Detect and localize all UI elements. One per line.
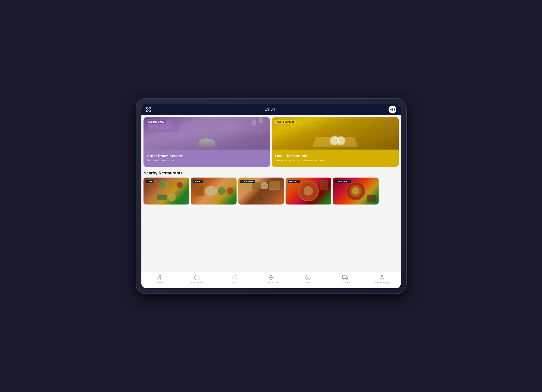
svg-line-10 [270,276,271,277]
svg-line-13 [270,278,271,279]
settings-button[interactable] [146,107,151,112]
transport-icon [342,275,348,281]
nav-transport-label: Transport [340,281,350,284]
hotel-restaurants-body: Hotel Restaurants View our array of hote… [272,149,399,167]
nearby-title: Nearby Restaurants [143,171,399,175]
hotel-restaurants-subtitle: View our array of hotel restaurants and … [275,159,396,162]
svg-point-15 [343,279,344,280]
cantonese-tag: Cantonese [240,180,255,183]
award-badge: Award Winning [274,120,297,124]
svg-rect-14 [342,275,346,279]
nav-housekeeping-label: Housekeeping [375,281,389,284]
dining-icon [231,275,237,281]
housekeeping-icon [379,275,385,281]
nav-home[interactable]: Home [141,275,178,284]
nav-things-to-do[interactable]: Things To Do [253,275,289,284]
nearby-section: Nearby Restaurants [141,169,401,272]
nav-housekeeping[interactable]: Housekeeping [364,275,401,284]
nav-information[interactable]: Information [178,275,215,284]
home-icon [157,275,163,281]
nav-home-label: Home [157,281,163,284]
latin-tag: Latin Ame... [335,180,351,183]
spa-icon [305,275,311,281]
restaurant-card-latin[interactable]: Latin Ame... [333,178,379,205]
nav-dining-label: Dining [231,281,237,284]
nav-spa[interactable]: SPA [289,275,326,284]
tablet-frame: 13:04 413 [136,98,406,294]
restaurant-card-cantonese[interactable]: Cantonese [238,178,284,205]
hotel-restaurants-title: Hotel Restaurants [275,154,396,158]
svg-line-11 [271,278,273,279]
svg-point-0 [148,109,149,110]
svg-point-16 [346,279,347,280]
room-service-subtitle: Available 24 hours a day [147,159,267,162]
available-badge: Available 24/7 [146,120,167,124]
svg-point-17 [381,275,383,277]
header: 13:04 413 [141,104,401,115]
restaurant-card-western[interactable]: Western [286,178,331,205]
hotel-restaurants-card[interactable]: Award Winning Hotel Restaurants View our… [272,117,399,167]
thai-tag: Thai [146,180,154,183]
western-tag: Western [288,180,300,183]
room-service-title: Order Room Service [147,154,267,158]
nav-transport[interactable]: Transport [327,275,364,284]
restaurant-scroll[interactable]: Thai Indian [143,178,399,205]
tablet-screen: 13:04 413 [141,104,401,288]
bottom-nav: Home Information [141,272,401,288]
room-service-card[interactable]: Available 24/7 Order Room Service Availa… [143,117,270,167]
room-badge: 413 [389,106,396,113]
indian-tag: Indian [193,180,203,183]
hotel-restaurants-image: Award Winning [272,117,399,149]
nav-things-to-do-label: Things To Do [264,281,278,284]
ferris-wheel-icon [268,275,274,281]
restaurant-card-indian[interactable]: Indian [191,178,237,205]
room-service-body: Order Room Service Available 24 hours a … [143,149,270,167]
header-time: 13:04 [265,107,275,111]
info-icon [194,275,200,281]
nav-information-label: Information [191,281,203,284]
main-content: Available 24/7 Order Room Service Availa… [141,115,401,272]
hero-section: Available 24/7 Order Room Service Availa… [141,115,401,169]
restaurant-card-thai[interactable]: Thai [143,178,189,205]
room-service-image: Available 24/7 [143,117,270,149]
nav-dining[interactable]: Dining [215,275,252,284]
nav-spa-label: SPA [306,281,310,284]
svg-line-12 [271,276,273,277]
